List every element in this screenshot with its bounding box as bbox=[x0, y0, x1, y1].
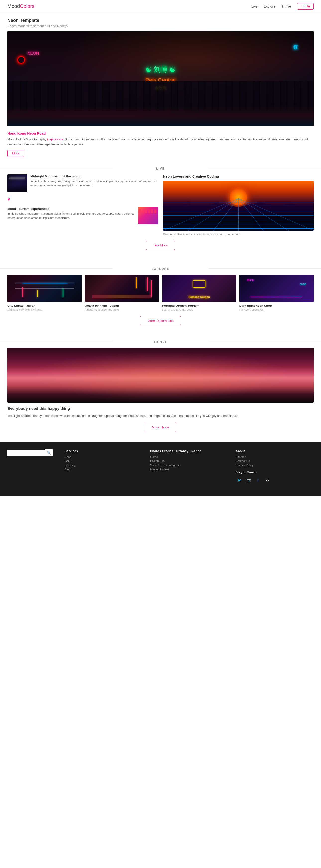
footer-top: 🔍 Services Shop FAQ Diversity Blog Photo… bbox=[7, 449, 314, 484]
heart-divider: ♥ bbox=[7, 196, 158, 203]
footer-service-diversity[interactable]: Diversity bbox=[65, 464, 143, 467]
navbar-links: Live Explore Thrive Log In bbox=[251, 3, 314, 10]
explore-img-osaka bbox=[85, 275, 159, 302]
footer-stay-title: Stay in Touch bbox=[236, 471, 314, 474]
explore-card-3: NEON SHOP Dark night Neon Shop I'm Neon,… bbox=[239, 275, 314, 311]
nav-live[interactable]: Live bbox=[251, 4, 258, 8]
thumb-mood-img bbox=[138, 207, 158, 224]
hero-section: Neon Template Pages made with semantic-u… bbox=[0, 13, 321, 128]
footer-service-faq[interactable]: FAQ bbox=[65, 460, 143, 463]
footer-photos-title: Photos Credits - Pixabay Licence bbox=[150, 449, 228, 453]
svg-line-9 bbox=[213, 198, 238, 230]
explore-img-0 bbox=[7, 275, 82, 302]
live-divider: LIVE bbox=[0, 162, 321, 175]
footer-search: 🔍 bbox=[7, 449, 57, 456]
explore-img-2: Portland Oregon bbox=[162, 275, 236, 302]
footer-about-col: About Sitemap Contact Us Privacy Policy … bbox=[236, 449, 314, 484]
svg-line-13 bbox=[238, 198, 314, 230]
thrive-title: Everybody need this happy thing bbox=[7, 406, 314, 411]
footer-photo-0[interactable]: Gamcil bbox=[150, 455, 228, 458]
footer-search-button[interactable]: 🔍 bbox=[45, 449, 53, 456]
street-reflection bbox=[7, 106, 314, 126]
footer: 🔍 Services Shop FAQ Diversity Blog Photo… bbox=[0, 442, 321, 496]
login-button[interactable]: Log In bbox=[297, 3, 314, 10]
thrive-content: Everybody need this happy thing This lig… bbox=[7, 406, 314, 432]
hero-description: Pages made with semantic-ui and Reactjs. bbox=[7, 24, 314, 28]
footer-service-shop[interactable]: Shop bbox=[65, 455, 143, 458]
explore-img-3: NEON SHOP bbox=[239, 275, 314, 302]
footer-search-area: 🔍 bbox=[7, 449, 57, 484]
explore-card-desc-3: I'm Neon, specialist... bbox=[239, 308, 314, 311]
hero-subtitle: Neon Template bbox=[7, 18, 314, 23]
github-icon[interactable]: ⚙ bbox=[264, 477, 271, 484]
explore-img-dark-neon: NEON SHOP bbox=[239, 275, 314, 302]
live-grid: Midnight Mood around the world In his tr… bbox=[7, 175, 314, 236]
explore-card-2: Portland Oregon Portland Oregon Tourism … bbox=[162, 275, 236, 311]
explore-card-title-1: Osaka by night - Japan bbox=[85, 304, 159, 308]
live-thumb-midnight bbox=[7, 175, 27, 192]
live-card-midnight-info: Midnight Mood around the world In his tr… bbox=[30, 175, 158, 192]
footer-about-contact[interactable]: Contact Us bbox=[236, 460, 314, 463]
explore-card-title-3: Dark night Neon Shop bbox=[239, 304, 314, 308]
thrive-desc: This light-hearted, happy mood is shown … bbox=[7, 413, 314, 419]
hero-more-button[interactable]: More bbox=[7, 150, 24, 157]
live-right: Neon Lovers and Creative Coding bbox=[163, 175, 314, 236]
footer-services-title: Services bbox=[65, 449, 143, 453]
caption-title: Hong Kong Neon Road bbox=[7, 131, 314, 135]
explore-card-desc-0: Midnight walk with city lights. bbox=[7, 308, 82, 311]
portland-neon-text: Portland Oregon bbox=[188, 295, 210, 298]
thrive-more-button[interactable]: More Thrive bbox=[145, 423, 176, 432]
instagram-icon[interactable]: 📷 bbox=[245, 477, 252, 484]
explore-card-title-0: City Lights - Japan bbox=[7, 304, 82, 308]
footer-search-input[interactable] bbox=[7, 450, 45, 456]
footer-photo-3[interactable]: Masashi Wakui bbox=[150, 468, 228, 471]
neon-sign-top: ☯ 刘博 ☯ bbox=[146, 65, 176, 74]
explore-section: City Lights - Japan Midnight walk with c… bbox=[0, 275, 321, 335]
explore-grid: City Lights - Japan Midnight walk with c… bbox=[7, 275, 314, 311]
live-card2-desc: In his tractibus navigerum nusquam visit… bbox=[7, 212, 135, 220]
thrive-image bbox=[7, 348, 314, 403]
facebook-icon[interactable]: 𝕗 bbox=[255, 477, 261, 484]
footer-photo-2[interactable]: Sofia Terzobi Fotografia bbox=[150, 464, 228, 467]
explore-card-desc-2: Lost in Oregon...my dear. bbox=[162, 308, 236, 311]
live-more-button[interactable]: Live More bbox=[146, 241, 175, 250]
footer-service-blog[interactable]: Blog bbox=[65, 468, 143, 471]
footer-services-list: Shop FAQ Diversity Blog bbox=[65, 455, 143, 471]
live-card1-desc: In his tractibus navigerum nusquam visit… bbox=[30, 179, 158, 188]
live-card2-title: Mood Tourism experiences bbox=[7, 207, 135, 211]
live-center-btn-area: Live More bbox=[7, 236, 314, 255]
live-section: Midnight Mood around the world In his tr… bbox=[0, 175, 321, 262]
live-left: Midnight Mood around the world In his tr… bbox=[7, 175, 158, 236]
footer-photo-1[interactable]: Philipp Saal bbox=[150, 460, 228, 463]
explore-img-portland: Portland Oregon bbox=[162, 275, 236, 302]
social-icons: 🐦 📷 𝕗 ⚙ bbox=[236, 477, 314, 484]
explore-img-1 bbox=[85, 275, 159, 302]
explore-btn-area: More Explorations bbox=[7, 316, 314, 326]
live-right-desc: Dive in creatives coders inspirations pr… bbox=[163, 232, 314, 236]
svg-line-7 bbox=[163, 198, 238, 230]
footer-stay-touch: Stay in Touch 🐦 📷 𝕗 ⚙ bbox=[236, 471, 314, 484]
brand-logo[interactable]: MoodColors bbox=[7, 3, 34, 9]
twitter-icon[interactable]: 🐦 bbox=[236, 477, 242, 484]
footer-photos-col: Photos Credits - Pixabay Licence Gamcil … bbox=[150, 449, 228, 484]
svg-line-12 bbox=[238, 198, 289, 230]
explore-card-title-2: Portland Oregon Tourism bbox=[162, 304, 236, 308]
caption-section: Hong Kong Neon Road Mood Colors & photog… bbox=[0, 128, 321, 162]
live-card1-title: Midnight Mood around the world bbox=[30, 175, 158, 178]
live-right-title: Neon Lovers and Creative Coding bbox=[163, 175, 314, 178]
footer-about-title: About bbox=[236, 449, 314, 453]
footer-about-list: Sitemap Contact Us Privacy Policy bbox=[236, 455, 314, 467]
explore-divider: EXPLORE bbox=[0, 262, 321, 275]
caption-text-1: Mood Colors & photography bbox=[7, 137, 47, 141]
caption-link[interactable]: inspirations bbox=[47, 137, 63, 141]
hero-image-inner: ☯ 刘博 ☯ Pets Central 金玫瑰 霓虹 NEON bbox=[7, 31, 314, 126]
live-thumb-mood bbox=[138, 207, 158, 224]
svg-line-11 bbox=[238, 198, 263, 230]
footer-about-privacy[interactable]: Privacy Policy bbox=[236, 464, 314, 467]
neon-pink-sign: NEON bbox=[27, 51, 39, 56]
nav-thrive[interactable]: Thrive bbox=[282, 4, 291, 8]
explore-more-button[interactable]: More Explorations bbox=[140, 316, 181, 326]
retro-grid bbox=[163, 198, 314, 230]
footer-about-sitemap[interactable]: Sitemap bbox=[236, 455, 314, 458]
nav-explore[interactable]: Explore bbox=[263, 4, 275, 8]
